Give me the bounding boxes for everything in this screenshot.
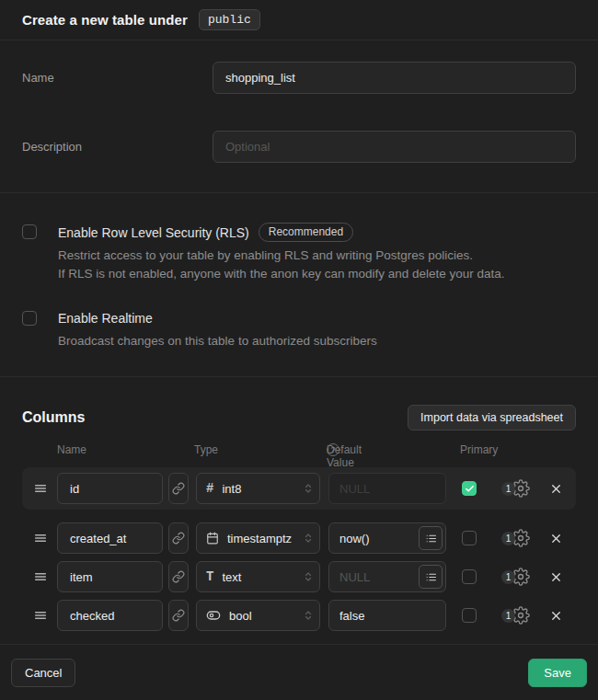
columns-section: Columns Import data via spreadsheet Name… <box>0 377 598 638</box>
chevrons-up-down-icon <box>303 533 314 544</box>
name-row: Name <box>22 62 576 94</box>
drag-handle-icon[interactable] <box>33 608 48 623</box>
column-type-select[interactable]: timestamptz <box>196 522 320 554</box>
foreign-key-link-icon[interactable] <box>168 522 189 554</box>
chevrons-up-down-icon <box>303 571 314 582</box>
columns-title: Columns <box>22 409 85 426</box>
delete-column-button[interactable] <box>549 482 563 496</box>
delete-column-button[interactable] <box>549 609 563 623</box>
column-settings-button[interactable]: 1 <box>501 529 530 547</box>
primary-checkbox[interactable] <box>462 481 477 496</box>
table-column-row: timestamptz 1 <box>22 522 576 554</box>
chevrons-up-down-icon <box>303 483 314 494</box>
header-primary: Primary <box>460 443 498 456</box>
save-button[interactable]: Save <box>528 659 587 687</box>
column-type-label: text <box>222 570 294 584</box>
rls-description-line2: If RLS is not enabled, anyone with the a… <box>58 265 505 283</box>
rls-checkbox[interactable] <box>22 224 37 239</box>
default-value-field <box>328 473 446 504</box>
delete-column-button[interactable] <box>549 532 563 545</box>
table-column-row: bool 1 <box>22 600 576 631</box>
column-type-select[interactable]: # int8 <box>196 473 320 504</box>
column-rows: # int8 <box>22 467 576 631</box>
rls-toggle-block: Enable Row Level Security (RLS) Recommen… <box>22 223 576 283</box>
toggle-icon <box>206 608 221 623</box>
header-name: Name <box>57 443 86 456</box>
column-name-input[interactable] <box>57 600 163 631</box>
import-spreadsheet-button[interactable]: Import data via spreadsheet <box>408 405 576 430</box>
realtime-checkbox[interactable] <box>22 311 37 326</box>
toggles-section: Enable Row Level Security (RLS) Recommen… <box>0 193 598 377</box>
column-settings-button[interactable]: 1 <box>501 606 530 625</box>
primary-checkbox[interactable] <box>462 531 477 545</box>
delete-column-button[interactable] <box>549 570 563 584</box>
dialog-title: Create a new table under <box>22 12 188 28</box>
column-type-select[interactable]: bool <box>196 600 320 631</box>
table-info-section: Name Description <box>0 40 598 193</box>
default-value-field <box>328 522 446 554</box>
description-row: Description <box>22 131 576 163</box>
default-value-field <box>328 600 446 631</box>
default-value-input[interactable] <box>329 609 443 623</box>
rls-label: Enable Row Level Security (RLS) <box>58 224 249 242</box>
default-value-input[interactable] <box>329 570 419 584</box>
text-icon: T <box>206 569 213 584</box>
calendar-icon <box>206 532 219 545</box>
default-value-input[interactable] <box>329 482 443 496</box>
table-column-row: T text 1 <box>22 561 576 592</box>
column-type-label: int8 <box>222 482 294 496</box>
default-value-field <box>328 561 446 592</box>
header-type: Type <box>194 443 218 456</box>
dialog-footer: Cancel Save <box>0 644 598 700</box>
chevrons-up-down-icon <box>303 610 314 621</box>
description-label: Description <box>22 131 213 154</box>
column-type-select[interactable]: T text <box>196 561 320 592</box>
drag-handle-icon[interactable] <box>33 481 48 496</box>
primary-checkbox[interactable] <box>462 608 477 623</box>
foreign-key-link-icon[interactable] <box>168 561 189 592</box>
drag-handle-icon[interactable] <box>33 531 48 545</box>
settings-badge: 1 <box>501 482 515 496</box>
hash-icon: # <box>206 481 213 496</box>
primary-checkbox[interactable] <box>462 569 477 584</box>
table-column-row: # int8 <box>22 467 576 510</box>
default-menu-button[interactable] <box>419 526 443 550</box>
drag-handle-icon[interactable] <box>33 569 48 584</box>
table-name-input[interactable] <box>213 62 576 94</box>
column-name-input[interactable] <box>57 522 163 554</box>
column-name-input[interactable] <box>57 561 163 592</box>
column-settings-button[interactable]: 1 <box>501 479 530 498</box>
column-settings-button[interactable]: 1 <box>501 568 530 586</box>
realtime-label: Enable Realtime <box>58 309 153 327</box>
cancel-button[interactable]: Cancel <box>11 659 75 687</box>
realtime-description: Broadcast changes on this table to autho… <box>58 332 377 350</box>
foreign-key-link-icon[interactable] <box>168 600 189 631</box>
table-description-input[interactable] <box>213 131 576 163</box>
create-table-dialog: Create a new table under public Name Des… <box>0 0 598 700</box>
column-name-input[interactable] <box>57 473 163 504</box>
dialog-header: Create a new table under public <box>0 0 598 40</box>
settings-badge: 1 <box>501 570 515 584</box>
rls-description-line1: Restrict access to your table by enablin… <box>58 247 505 265</box>
default-menu-button[interactable] <box>419 565 443 589</box>
schema-badge: public <box>199 9 260 30</box>
column-type-label: timestamptz <box>227 532 294 545</box>
default-value-input[interactable] <box>329 532 419 545</box>
help-icon[interactable]: ? <box>327 443 339 456</box>
column-list-headers: Name Type Default Value ? Primary <box>22 443 576 458</box>
settings-badge: 1 <box>501 609 515 623</box>
foreign-key-link-icon[interactable] <box>168 473 189 504</box>
settings-badge: 1 <box>501 532 515 545</box>
name-label: Name <box>22 62 213 85</box>
realtime-toggle-block: Enable Realtime Broadcast changes on thi… <box>22 309 576 350</box>
recommended-badge: Recommended <box>259 223 353 242</box>
column-type-label: bool <box>229 609 294 623</box>
